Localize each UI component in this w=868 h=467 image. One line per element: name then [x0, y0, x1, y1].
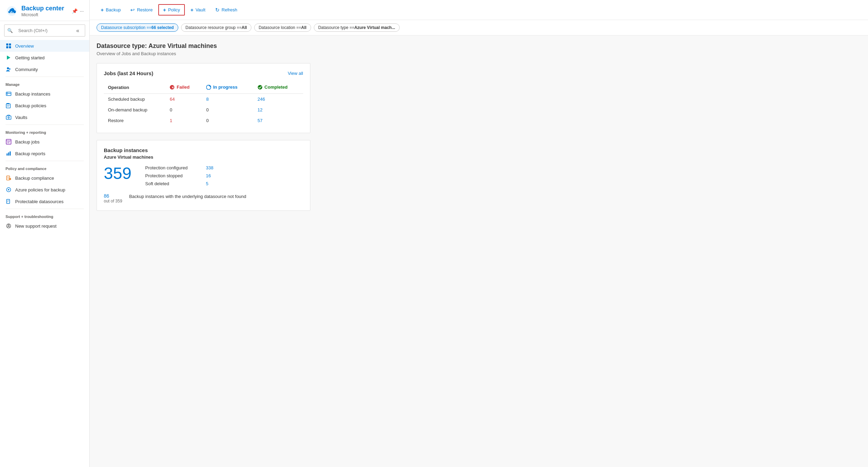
sidebar-item-azure-policies[interactable]: Azure policies for backup [0, 184, 89, 196]
filter-type-label: Datasource type == [318, 25, 355, 30]
filter-loc-label: Datasource location == [259, 25, 301, 30]
vault-button[interactable]: + Vault [186, 5, 209, 15]
bi-content: 359 Protection configured 338 Protection… [104, 165, 303, 186]
bi-total-count[interactable]: 359 [104, 165, 131, 182]
bi-bottom-of: out of 359 [104, 199, 122, 203]
filter-type[interactable]: Datasource type == Azure Virtual mach... [314, 23, 400, 32]
scheduled-completed[interactable]: 246 [253, 93, 303, 105]
divider-manage [6, 77, 84, 77]
app-name: Backup center [21, 5, 64, 12]
search-input[interactable] [15, 26, 74, 35]
bi-bottom-num[interactable]: 86 [104, 193, 122, 199]
section-support: Support + troubleshooting [0, 210, 89, 220]
sidebar-item-label: Backup jobs [15, 139, 40, 145]
backup-instances-card: Backup instances Azure Virtual machines … [97, 140, 310, 211]
sidebar-item-label: Overview [15, 43, 34, 49]
view-all-link[interactable]: View all [288, 71, 303, 76]
sidebar-item-label: Backup reports [15, 151, 45, 156]
section-monitoring: Monitoring + reporting [0, 126, 89, 136]
svg-rect-11 [7, 94, 8, 95]
backup-button[interactable]: + Backup [97, 5, 125, 15]
col-failed: ✕ Failed [166, 82, 202, 93]
svg-rect-1 [6, 43, 8, 46]
filter-rg-value: All [242, 25, 247, 30]
col-operation: Operation [104, 82, 166, 93]
restore-inprog: 0 [202, 115, 253, 126]
op-restore: Restore [104, 115, 166, 126]
header-actions: 📌 ··· [72, 8, 84, 14]
jobs-card: Jobs (last 24 Hours) View all Operation … [97, 63, 310, 133]
ondemand-inprog: 0 [202, 105, 253, 115]
svg-rect-3 [6, 46, 8, 48]
backup-policies-icon [6, 102, 12, 109]
divider-policy [6, 161, 84, 161]
sidebar-item-backup-jobs[interactable]: Backup jobs [0, 136, 89, 148]
sidebar-item-backup-instances[interactable]: Backup instances [0, 88, 89, 100]
bi-card-title: Backup instances [104, 147, 303, 153]
stat-label-2: Soft deleted [145, 181, 200, 186]
refresh-button[interactable]: ↻ Refresh [211, 5, 242, 15]
stat-val-0[interactable]: 338 [206, 165, 213, 170]
stat-val-2[interactable]: 5 [206, 181, 208, 186]
op-scheduled: Scheduled backup [104, 93, 166, 105]
sidebar-item-new-support[interactable]: New support request [0, 220, 89, 232]
completed-icon [258, 85, 262, 90]
sidebar-nav: Overview Getting started Community Manag… [0, 40, 89, 467]
scheduled-failed[interactable]: 64 [166, 93, 202, 105]
svg-rect-24 [10, 151, 11, 156]
main-content: + Backup ↩ Restore + Policy + Vault ↻ Re… [90, 0, 868, 467]
community-icon [6, 66, 12, 72]
svg-rect-10 [7, 93, 8, 93]
svg-rect-2 [9, 43, 11, 46]
filter-type-value: Azure Virtual mach... [354, 25, 395, 30]
svg-rect-22 [7, 153, 8, 156]
sidebar-item-backup-policies[interactable]: Backup policies [0, 100, 89, 111]
scheduled-inprog[interactable]: 8 [202, 93, 253, 105]
policy-button[interactable]: + Policy [158, 4, 185, 16]
sidebar-item-label: New support request [15, 223, 57, 229]
sidebar-item-protectable[interactable]: Protectable datasources [0, 196, 89, 207]
filter-location[interactable]: Datasource location == All [254, 23, 311, 32]
sidebar-item-label: Backup policies [15, 103, 46, 108]
divider-support [6, 209, 84, 209]
restore-button[interactable]: ↩ Restore [126, 5, 157, 15]
filter-subscription[interactable]: Datasource subscription == 66 selected [97, 23, 178, 32]
sidebar-header: Backup center Microsoft 📌 ··· [0, 0, 89, 21]
filter-resource-group[interactable]: Datasource resource group == All [181, 23, 251, 32]
app-title-block: Backup center Microsoft [21, 5, 64, 17]
filter-subscription-label: Datasource subscription == [101, 25, 151, 30]
policy-label: Policy [168, 7, 180, 12]
vault-label: Vault [196, 7, 206, 12]
sidebar-item-community[interactable]: Community [0, 63, 89, 75]
azure-policies-icon [6, 187, 12, 193]
sidebar-item-backup-reports[interactable]: Backup reports [0, 148, 89, 159]
pin-icon[interactable]: 📌 [72, 8, 78, 14]
sidebar-item-label: Azure policies for backup [15, 187, 65, 192]
restore-completed[interactable]: 57 [253, 115, 303, 126]
sidebar-item-overview[interactable]: Overview [0, 40, 89, 52]
bi-stat-row: Protection stopped 16 [145, 173, 213, 178]
restore-failed[interactable]: 1 [166, 115, 202, 126]
sidebar-item-getting-started[interactable]: Getting started [0, 52, 89, 63]
svg-rect-32 [7, 199, 10, 203]
sidebar-item-backup-compliance[interactable]: ! Backup compliance [0, 172, 89, 184]
more-icon[interactable]: ··· [80, 8, 84, 14]
filter-rg-label: Datasource resource group == [186, 25, 242, 30]
collapse-button[interactable]: « [76, 28, 82, 34]
page-subtitle: Overview of Jobs and Backup instances [97, 51, 861, 56]
inprogress-icon [206, 85, 211, 90]
svg-text:✕: ✕ [171, 86, 174, 89]
section-policy: Policy and compliance [0, 162, 89, 172]
svg-point-6 [7, 67, 9, 69]
table-row: Restore 1 0 57 [104, 115, 303, 126]
app-logo [6, 5, 18, 17]
ondemand-completed[interactable]: 12 [253, 105, 303, 115]
table-row: Scheduled backup 64 8 246 [104, 93, 303, 105]
stat-val-1[interactable]: 16 [206, 173, 211, 178]
jobs-table-head: Operation ✕ Failed In progress [104, 82, 303, 93]
sidebar-item-vaults[interactable]: Vaults [0, 111, 89, 123]
vault-plus-icon: + [190, 7, 193, 13]
backup-reports-icon [6, 150, 12, 157]
backup-label: Backup [106, 7, 121, 12]
backup-jobs-icon [6, 139, 12, 145]
